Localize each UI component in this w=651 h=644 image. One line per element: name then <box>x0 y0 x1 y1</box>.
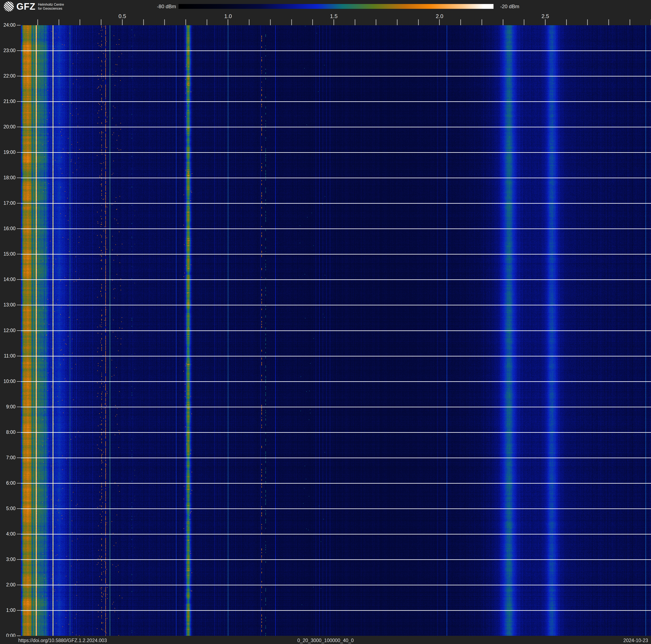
x-tick <box>376 19 376 25</box>
y-hour-label: 7:00 <box>0 455 16 461</box>
y-hour-label: 14:00 <box>0 276 16 282</box>
x-tick <box>59 19 59 25</box>
y-hour-label: 17:00 <box>0 200 16 206</box>
y-tick <box>17 51 21 51</box>
colorbar-max-label: -20 dBm <box>500 4 519 9</box>
y-hour-label: 10:00 <box>0 379 16 384</box>
x-tick-label: 2.0 <box>431 13 448 20</box>
y-hour-label: 4:00 <box>0 531 16 537</box>
y-tick <box>17 585 21 585</box>
colorbar-min-label: -80 dBm <box>157 4 176 9</box>
y-hour-label: 1:00 <box>0 608 16 613</box>
y-hour-label: 23:00 <box>0 48 16 53</box>
y-hour-label: 24:00 <box>0 22 16 28</box>
x-tick <box>249 19 249 25</box>
y-tick <box>17 559 21 560</box>
y-tick <box>17 330 21 331</box>
spectrogram-page: GFZ Helmholtz Centre for Geosciences -80… <box>0 0 651 644</box>
x-tick <box>545 19 546 25</box>
y-tick <box>17 229 21 229</box>
y-hour-label: 19:00 <box>0 149 16 155</box>
x-tick <box>334 19 334 25</box>
y-tick <box>17 101 21 102</box>
x-tick <box>460 19 461 25</box>
y-hour-label: 9:00 <box>0 404 16 410</box>
y-tick <box>17 432 21 433</box>
x-tick-label: 1.0 <box>220 13 237 20</box>
y-hour-label: 5:00 <box>0 506 16 511</box>
y-tick <box>17 381 21 382</box>
y-hour-label: 11:00 <box>0 353 16 359</box>
y-tick <box>17 279 21 280</box>
x-tick <box>291 19 292 25</box>
x-tick <box>503 19 503 25</box>
y-hour-label: 12:00 <box>0 328 16 333</box>
x-tick <box>143 19 144 25</box>
x-tick <box>312 19 313 25</box>
x-tick <box>122 19 123 25</box>
x-tick <box>587 19 588 25</box>
date-label: 2024-10-23 <box>623 637 648 644</box>
y-tick <box>17 203 21 203</box>
y-hour-label: 15:00 <box>0 251 16 257</box>
y-hour-label: 2:00 <box>0 582 16 588</box>
x-tick <box>355 19 355 25</box>
y-hour-label: 3:00 <box>0 557 16 562</box>
y-tick <box>17 305 21 305</box>
y-hour-label: 13:00 <box>0 302 16 308</box>
footer-bar: https://doi.org/10.5880/GFZ.1.2.2024.003… <box>0 637 651 644</box>
y-tick <box>17 407 21 407</box>
y-hour-label: 16:00 <box>0 226 16 231</box>
y-hour-label: 8:00 <box>0 430 16 435</box>
x-tick <box>566 19 567 25</box>
y-hour-label: 6:00 <box>0 480 16 486</box>
x-tick <box>482 19 482 25</box>
colorbar-gradient <box>179 4 494 9</box>
y-tick <box>17 483 21 484</box>
y-tick <box>17 76 21 76</box>
x-tick <box>418 19 419 25</box>
x-tick-label: 0.5 <box>114 13 131 20</box>
y-tick <box>17 178 21 178</box>
x-tick <box>101 19 101 25</box>
x-tick <box>80 19 80 25</box>
y-tick <box>17 636 21 636</box>
x-tick <box>524 19 524 25</box>
x-tick <box>629 19 630 25</box>
dataset-filename: 0_20_3000_100000_40_0 <box>0 637 651 644</box>
x-tick <box>397 19 398 25</box>
x-tick-label: 2.5 <box>537 13 554 20</box>
y-hour-label: 21:00 <box>0 98 16 104</box>
x-tick <box>164 19 165 25</box>
spectrogram-canvas <box>21 25 651 636</box>
y-tick <box>17 25 21 25</box>
x-tick <box>228 19 228 25</box>
x-tick <box>439 19 440 25</box>
y-tick <box>17 254 21 254</box>
x-tick-label: 1.5 <box>325 13 342 20</box>
y-hour-label: 18:00 <box>0 175 16 180</box>
y-tick <box>17 127 21 127</box>
x-tick <box>608 19 609 25</box>
y-hour-label: 22:00 <box>0 73 16 79</box>
y-tick <box>17 508 21 509</box>
y-hour-label: 20:00 <box>0 124 16 130</box>
x-tick <box>37 19 38 25</box>
x-tick <box>207 19 207 25</box>
colorbar-wrap: -80 dBm -20 dBm <box>0 0 651 12</box>
y-tick <box>17 610 21 611</box>
y-tick <box>17 534 21 534</box>
x-tick <box>270 19 271 25</box>
y-tick <box>17 458 21 458</box>
y-tick <box>17 152 21 153</box>
y-tick <box>17 356 21 356</box>
x-tick <box>185 19 186 25</box>
